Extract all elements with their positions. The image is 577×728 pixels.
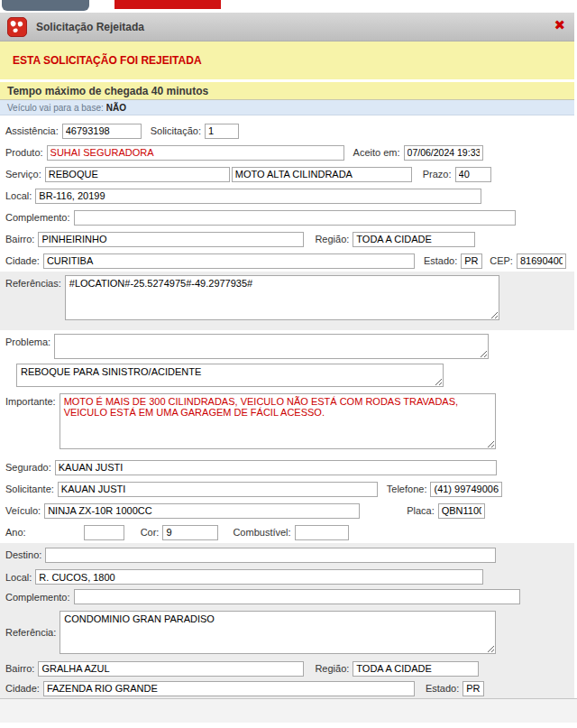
globe-icon [7, 17, 27, 37]
complemento-origem-label: Complemento: [5, 212, 70, 223]
servico-input[interactable] [45, 167, 230, 182]
row-descricao-servico: REBOQUE PARA SINISTRO/ACIDENTE [0, 361, 574, 390]
row-bairro-origem: Bairro: Região: [0, 228, 574, 250]
segurado-input[interactable] [55, 460, 497, 475]
referencias-textarea[interactable]: #LOCATION#-25.5274975#-49.2977935# [65, 275, 499, 320]
telefone-input[interactable] [430, 482, 502, 497]
prazo-label: Prazo: [423, 169, 452, 180]
prazo-input[interactable] [455, 167, 491, 182]
dialog-title: Solicitação Rejeitada [36, 21, 144, 33]
row-destino: Destino: [0, 543, 574, 567]
complemento-destino-label: Complemento: [5, 592, 70, 603]
regiao-destino-input[interactable] [353, 661, 479, 677]
cep-origem-input[interactable] [517, 253, 566, 269]
destino-input[interactable] [45, 548, 496, 563]
close-icon[interactable]: ✖ [554, 19, 565, 32]
regiao-origem-input[interactable] [353, 232, 475, 247]
browser-top-strip [0, 0, 577, 13]
solicitacao-input[interactable] [205, 124, 239, 139]
cep-origem-label: CEP: [490, 255, 513, 266]
row-ano-cor-combustivel: Ano: Cor: Combustível: [0, 521, 574, 543]
telefone-label: Telefone: [387, 484, 427, 494]
row-cidade-destino: Cidade: Estado: [0, 678, 574, 698]
estado-origem-label: Estado: [424, 255, 457, 266]
regiao-origem-label: Região: [315, 234, 349, 244]
row-referencias: Referências: #LOCATION#-25.5274975#-49.2… [0, 272, 574, 330]
estado-destino-label: Estado: [426, 683, 459, 694]
placa-label: Placa: [407, 505, 435, 516]
browser-tab-active[interactable] [114, 0, 221, 9]
local-origem-input[interactable] [35, 189, 481, 204]
row-segurado: Segurado: [0, 456, 574, 478]
cidade-origem-label: Cidade: [5, 255, 40, 266]
row-local-origem: Local: [0, 185, 574, 207]
destination-section: Destino: Local: Complemento: Referência:… [0, 543, 574, 698]
bairro-destino-label: Bairro: [5, 663, 34, 674]
problema-label: Problema: [5, 334, 50, 347]
referencias-label: Referências: [5, 275, 61, 289]
complemento-origem-input[interactable] [74, 210, 516, 226]
aceito-em-input[interactable] [404, 145, 483, 161]
row-cidade-origem: Cidade: Estado: CEP: [0, 250, 574, 272]
combustivel-input[interactable] [295, 525, 349, 540]
row-complemento-origem: Complemento: [0, 207, 574, 228]
row-servico: Serviço: Prazo: [0, 163, 574, 185]
solicitacao-label: Solicitação: [151, 125, 201, 136]
produto-input[interactable] [47, 145, 344, 161]
ano-label: Ano: [5, 527, 26, 538]
complemento-destino-input[interactable] [74, 589, 520, 604]
rejected-banner: ESTA SOLICITAÇÃO FOI REJEITADA [0, 41, 574, 82]
destino-label: Destino: [5, 549, 41, 560]
browser-tab[interactable] [2, 0, 89, 11]
row-complemento-destino: Complemento: [0, 587, 574, 606]
problema-textarea[interactable] [54, 334, 489, 359]
row-solicitante: Solicitante: Telefone: [0, 478, 574, 500]
row-referencia-destino: Referência: CONDOMINIO GRAN PARADISO [0, 606, 574, 659]
estado-origem-input[interactable] [461, 253, 482, 269]
cor-input[interactable] [162, 525, 218, 540]
request-form: Assistência: Solicitação: Produto: Aceit… [0, 115, 574, 698]
descricao-servico-textarea[interactable]: REBOQUE PARA SINISTRO/ACIDENTE [16, 364, 444, 387]
cor-label: Cor: [141, 527, 160, 538]
cidade-destino-input[interactable] [43, 681, 415, 696]
solicitante-input[interactable] [58, 482, 378, 497]
dialog-header: Solicitação Rejeitada ✖ [0, 13, 574, 41]
bairro-destino-input[interactable] [38, 661, 304, 677]
veiculo-label: Veículo: [5, 505, 41, 516]
referencia-destino-label: Referência: [5, 627, 56, 638]
row-assistencia: Assistência: Solicitação: [0, 120, 574, 142]
local-destino-label: Local: [5, 572, 32, 583]
segurado-label: Segurado: [5, 462, 51, 473]
row-produto: Produto: Aceito em: [0, 142, 574, 163]
referencia-destino-textarea[interactable]: CONDOMINIO GRAN PARADISO [60, 611, 496, 654]
aceito-em-label: Aceito em: [353, 147, 400, 158]
regiao-destino-label: Região: [315, 663, 349, 674]
servico-tipo-input[interactable] [232, 167, 412, 182]
cidade-destino-label: Cidade: [5, 683, 40, 694]
importante-textarea[interactable]: MOTO É MAIS DE 300 CILINDRADAS, VEICULO … [60, 393, 496, 449]
combustivel-label: Combustível: [233, 527, 290, 538]
veiculo-input[interactable] [44, 503, 360, 519]
row-importante: Importante: MOTO É MAIS DE 300 CILINDRAD… [0, 390, 574, 456]
cidade-origem-input[interactable] [43, 253, 415, 269]
bairro-origem-label: Bairro: [5, 234, 34, 244]
vehicle-base-label: Veículo vai para a base: [7, 103, 104, 113]
vehicle-base-row: Veículo vai para a base: NÃO [0, 100, 574, 115]
assistencia-input[interactable] [62, 124, 142, 139]
local-destino-input[interactable] [35, 569, 483, 585]
arrival-time-banner: Tempo máximo de chegada 40 minutos [0, 82, 574, 100]
placa-input[interactable] [438, 503, 485, 519]
row-local-destino: Local: [0, 567, 574, 587]
row-bairro-destino: Bairro: Região: [0, 659, 574, 678]
vehicle-base-value: NÃO [106, 103, 126, 113]
row-veiculo: Veículo: Placa: [0, 500, 574, 521]
bairro-origem-input[interactable] [38, 232, 304, 247]
row-problema: Problema: [0, 330, 574, 361]
ano-input[interactable] [84, 525, 124, 540]
estado-destino-input[interactable] [463, 681, 484, 696]
produto-label: Produto: [5, 147, 43, 158]
solicitante-label: Solicitante: [5, 484, 54, 494]
page-background [0, 698, 577, 723]
solicitacao-rejeitada-dialog: Solicitação Rejeitada ✖ ESTA SOLICITAÇÃO… [0, 13, 574, 698]
local-origem-label: Local: [5, 190, 32, 201]
